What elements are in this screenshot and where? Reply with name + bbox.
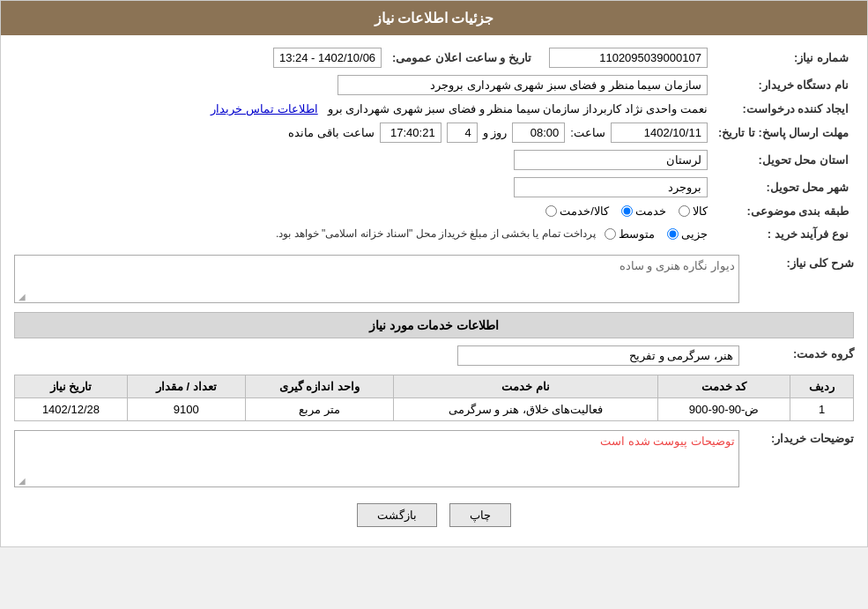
buyer-notes-resize-handle: ◢: [17, 476, 26, 485]
cell-row_num: 1: [790, 398, 854, 421]
niyaz-number-value: 1102095039000107: [549, 48, 708, 68]
deadline-time: 08:00: [512, 123, 565, 143]
page-title: جزئیات اطلاعات نیاز: [375, 11, 494, 26]
col-quantity: تعداد / مقدار: [127, 375, 245, 398]
creator-value: نعمت واحدی نژاد کاربرداز سازمان سیما منظ…: [328, 102, 708, 115]
description-label: شرح کلی نیاز:: [739, 253, 854, 273]
process-motawaset-radio[interactable]: [605, 228, 616, 240]
deadline-time-label: ساعت:: [570, 126, 605, 139]
cell-service_name: فعالیت‌های خلاق، هنر و سرگرمی: [394, 398, 658, 421]
deadline-days-label: روز و: [483, 126, 508, 139]
process-motawaset[interactable]: متوسط: [605, 227, 655, 241]
table-row: 1ض-90-90-900فعالیت‌های خلاق، هنر و سرگرم…: [15, 398, 854, 421]
description-textarea-wrapper: دیوار نگاره هنری و ساده ◢: [14, 255, 739, 303]
category-kala-khedmat-label: کالا/خدمت: [560, 204, 609, 218]
deadline-remaining-label: ساعت باقی مانده: [288, 126, 374, 139]
process-jozii-label: جزیی: [681, 227, 708, 241]
cell-service_code: ض-90-90-900: [657, 398, 790, 421]
announce-label: تاریخ و ساعت اعلان عمومی:: [387, 44, 537, 71]
announce-value: 1402/10/06 - 13:24: [273, 48, 382, 68]
services-table: ردیف کد خدمت نام خدمت واحد اندازه گیری ت…: [14, 375, 854, 421]
buyer-notes-section: توضیحات خریدار: توضیحات پیوست شده است ◢: [14, 428, 854, 489]
process-jozii[interactable]: جزیی: [667, 227, 708, 241]
process-motawaset-label: متوسط: [619, 227, 655, 241]
col-unit: واحد اندازه گیری: [245, 375, 394, 398]
deadline-remaining: 17:40:21: [380, 123, 441, 143]
category-khedmat[interactable]: خدمت: [621, 204, 666, 218]
category-kala[interactable]: کالا: [679, 204, 708, 218]
resize-handle: ◢: [17, 292, 26, 301]
org-name-label: نام دستگاه خریدار:: [713, 71, 854, 99]
process-note: پرداخت تمام یا بخشی از مبلغ خریداز محل "…: [276, 225, 596, 242]
category-kala-khedmat[interactable]: کالا/خدمت: [545, 204, 609, 218]
bottom-buttons: چاپ بازگشت: [14, 493, 854, 538]
services-section-header: اطلاعات خدمات مورد نیاز: [14, 312, 854, 338]
description-placeholder-text: دیوار نگاره هنری و ساده: [619, 259, 735, 272]
back-button[interactable]: بازگشت: [357, 503, 437, 527]
cell-date: 1402/12/28: [15, 398, 128, 421]
buyer-notes-content: توضیحات پیوست شده است ◢: [14, 428, 739, 489]
col-service-name: نام خدمت: [394, 375, 658, 398]
category-kala-label: کالا: [693, 204, 708, 218]
col-service-code: کد خدمت: [657, 375, 790, 398]
org-name-value: سازمان سیما منظر و فضای سبز شهری شهرداری…: [338, 75, 708, 95]
creator-label: ایجاد کننده درخواست:: [713, 99, 854, 119]
city-value: بروجرد: [514, 177, 708, 197]
cell-quantity: 9100: [127, 398, 245, 421]
col-row-num: ردیف: [790, 375, 854, 398]
buyer-notes-textarea-wrapper: توضیحات پیوست شده است ◢: [14, 430, 739, 487]
buyer-notes-label: توضیحات خریدار:: [739, 428, 854, 449]
category-label: طبقه بندی موضوعی:: [713, 201, 854, 221]
province-value: لرستان: [514, 150, 708, 170]
content-area: شماره نیاز: 1102095039000107 تاریخ و ساع…: [1, 35, 867, 546]
col-date: تاریخ نیاز: [15, 375, 128, 398]
creator-link[interactable]: اطلاعات تماس خریدار: [211, 102, 317, 115]
description-content: دیوار نگاره هنری و ساده ◢: [14, 253, 739, 305]
page-header: جزئیات اطلاعات نیاز: [1, 1, 867, 35]
buyer-notes-placeholder-text: توضیحات پیوست شده است: [600, 434, 735, 448]
niyaz-number-label: شماره نیاز:: [713, 44, 854, 71]
category-khedmat-radio[interactable]: [621, 205, 633, 217]
category-radio-group: کالا خدمت کالا/خدمت: [19, 204, 708, 218]
category-khedmat-label: خدمت: [635, 204, 666, 218]
category-kala-radio[interactable]: [679, 205, 690, 217]
page-wrapper: جزئیات اطلاعات نیاز شماره نیاز: 11020950…: [0, 0, 868, 547]
process-jozii-radio[interactable]: [667, 228, 679, 240]
service-group-value: هنر، سرگرمی و تفریح: [457, 345, 739, 366]
deadline-label: مهلت ارسال پاسخ: تا تاریخ:: [713, 119, 854, 146]
print-button[interactable]: چاپ: [449, 503, 511, 527]
description-section: شرح کلی نیاز: دیوار نگاره هنری و ساده ◢: [14, 253, 854, 305]
process-radio-group: جزیی متوسط: [605, 227, 708, 241]
process-label: نوع فرآیند خرید :: [713, 221, 854, 246]
basic-info-table: شماره نیاز: 1102095039000107 تاریخ و ساع…: [14, 44, 854, 246]
province-label: استان محل تحویل:: [713, 146, 854, 174]
deadline-date: 1402/10/11: [611, 123, 708, 143]
service-group-label: گروه خدمت:: [739, 344, 854, 364]
service-group-content: هنر، سرگرمی و تفریح: [14, 344, 739, 368]
category-kala-khedmat-radio[interactable]: [545, 205, 557, 217]
city-label: شهر محل تحویل:: [713, 174, 854, 201]
deadline-days: 4: [447, 123, 478, 143]
cell-unit: متر مربع: [245, 398, 394, 421]
service-group-section: گروه خدمت: هنر، سرگرمی و تفریح: [14, 344, 854, 368]
